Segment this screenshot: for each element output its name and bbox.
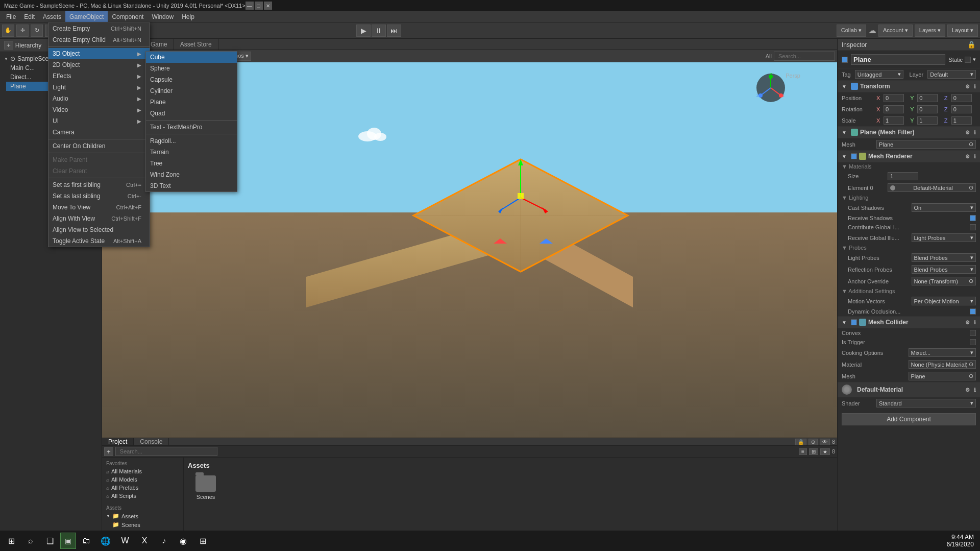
default-material-section[interactable]: Default-Material ⚙ ℹ (838, 382, 980, 397)
material-gear[interactable]: ⚙ (965, 387, 970, 393)
toolbar-hand-tool[interactable]: ✋ (2, 25, 14, 37)
step-button[interactable]: ⏭ (387, 25, 401, 37)
layers-button[interactable]: Layers ▾ (915, 25, 945, 37)
bottom-search-button[interactable]: ⊙ (808, 439, 818, 445)
tag-dropdown[interactable]: Untagged ▾ (855, 70, 903, 79)
cooking-options-dropdown[interactable]: Mixed... ▾ (909, 348, 976, 357)
menu-video[interactable]: Video ▶ (48, 104, 150, 115)
menu-audio[interactable]: Audio ▶ (48, 93, 150, 104)
menu-3d-object[interactable]: 3D Object ▶ (48, 48, 150, 59)
bottom-eye-button[interactable]: 👁 (820, 439, 830, 445)
transform-info[interactable]: ℹ (974, 84, 976, 89)
submenu-tree[interactable]: Tree (146, 158, 237, 169)
menu-light[interactable]: Light ▶ (48, 82, 150, 93)
mesh-collider-enabled[interactable] (851, 319, 857, 325)
scale-y-input[interactable]: 1 (917, 116, 938, 125)
reflection-probes-dropdown[interactable]: Blend Probes ▾ (912, 265, 976, 274)
static-checkbox[interactable] (965, 57, 971, 63)
fav-item-all-materials[interactable]: ⌕ All Materials (104, 467, 181, 475)
dynamic-occ-checkbox[interactable] (970, 308, 976, 315)
transform-gear[interactable]: ⚙ (965, 84, 970, 89)
submenu-text-mesh-pro[interactable]: Text - TextMeshPro (146, 122, 237, 133)
additional-settings-subsection[interactable]: ▼ Additional Settings (838, 287, 980, 295)
pos-y-input[interactable]: 0 (917, 94, 938, 102)
tree-item-assets[interactable]: ▼ 📁 Assets (104, 512, 181, 520)
submenu-cube[interactable]: Cube (146, 52, 237, 63)
cast-shadows-dropdown[interactable]: On ▾ (912, 203, 976, 212)
mesh-filter-section[interactable]: ▼ Plane (Mesh Filter) ⚙ ℹ (838, 126, 980, 138)
taskbar-excel[interactable]: X (135, 532, 154, 550)
taskbar-word[interactable]: W (116, 532, 134, 550)
submenu-3d-text[interactable]: 3D Text (146, 180, 237, 191)
mesh-collider-section[interactable]: ▼ Mesh Collider ⚙ ℹ (838, 316, 980, 328)
tab-console[interactable]: Console (134, 438, 169, 445)
mesh-filter-collapse[interactable]: ▼ (842, 130, 847, 135)
submenu-capsule[interactable]: Capsule (146, 74, 237, 85)
taskbar-search-button[interactable]: ⌕ (21, 532, 40, 550)
mesh-renderer-gear[interactable]: ⚙ (965, 154, 970, 159)
size-input[interactable]: 1 (888, 172, 918, 180)
menu-window[interactable]: Window (148, 11, 178, 22)
mesh-filter-gear[interactable]: ⚙ (965, 130, 970, 135)
contribute-gi-checkbox[interactable] (970, 224, 976, 230)
scene-search-input[interactable] (774, 52, 835, 61)
close-button[interactable]: ✕ (264, 2, 272, 10)
mesh-value-field[interactable]: Plane ⊙ (876, 140, 976, 149)
taskbar-start-button[interactable]: ⊞ (2, 532, 20, 550)
menu-create-empty-child[interactable]: Create Empty Child Alt+Shift+N (48, 34, 150, 45)
scale-z-input[interactable]: 1 (951, 116, 972, 125)
rot-z-input[interactable]: 0 (951, 105, 972, 113)
mesh-renderer-section[interactable]: ▼ Mesh Renderer ⚙ ℹ (838, 150, 980, 162)
rot-y-input[interactable]: 0 (917, 105, 938, 113)
submenu-plane[interactable]: Plane (146, 97, 237, 108)
assets-list-view-button[interactable]: ≡ (799, 448, 807, 455)
collab-button[interactable]: Collab ▾ (837, 25, 866, 37)
assets-fav-button[interactable]: ★ (820, 448, 830, 455)
light-probes-dropdown[interactable]: Blend Probes ▾ (912, 253, 976, 262)
taskbar-chrome[interactable]: ◉ (174, 532, 192, 550)
motion-vectors-dropdown[interactable]: Per Object Motion ▾ (912, 297, 976, 305)
material-info[interactable]: ℹ (974, 387, 976, 393)
menu-set-last-sibling[interactable]: Set as last sibling Ctrl+- (48, 190, 150, 202)
menu-ui[interactable]: UI ▶ (48, 115, 150, 127)
menu-2d-object[interactable]: 2D Object ▶ (48, 59, 150, 70)
toolbar-move-tool[interactable]: ✛ (16, 25, 29, 37)
pos-x-input[interactable]: 0 (884, 94, 904, 102)
receive-shadows-checkbox[interactable] (970, 215, 976, 221)
mesh-collider-gear[interactable]: ⚙ (965, 320, 970, 325)
taskbar-apps[interactable]: ⊞ (193, 532, 212, 550)
obj-active-checkbox[interactable] (842, 57, 848, 63)
asset-folder-scenes[interactable]: Scenes (188, 473, 224, 502)
menu-component[interactable]: Component (108, 11, 148, 22)
mesh-renderer-info[interactable]: ℹ (974, 154, 976, 159)
mesh-renderer-enabled[interactable] (851, 153, 857, 159)
submenu-cylinder[interactable]: Cylinder (146, 85, 237, 97)
fav-item-all-scripts[interactable]: ⌕ All Scripts (104, 492, 181, 500)
menu-create-empty[interactable]: Create Empty Ctrl+Shift+N (48, 23, 150, 34)
menu-assets[interactable]: Assets (39, 11, 65, 22)
collider-mesh-dropdown[interactable]: Plane ⊙ (909, 372, 976, 380)
tab-project[interactable]: Project (102, 438, 134, 445)
menu-file[interactable]: File (2, 11, 20, 22)
assets-add-button[interactable]: + (104, 447, 113, 456)
lighting-subsection[interactable]: ▼ Lighting (838, 194, 980, 202)
submenu-quad[interactable]: Quad (146, 108, 237, 119)
transform-section[interactable]: ▼ Transform ⚙ ℹ (838, 80, 980, 92)
taskbar-unity-app[interactable]: ▣ (60, 533, 76, 549)
menu-gameobject[interactable]: GameObject (65, 11, 108, 22)
maximize-button[interactable]: □ (255, 2, 263, 10)
account-button[interactable]: Account ▾ (878, 25, 913, 37)
static-arrow[interactable]: ▾ (973, 56, 976, 63)
menu-center-on-children[interactable]: Center On Children (48, 140, 150, 152)
submenu-sphere[interactable]: Sphere (146, 63, 237, 74)
menu-effects[interactable]: Effects ▶ (48, 70, 150, 82)
tab-asset-store[interactable]: Asset Store (174, 39, 218, 50)
hierarchy-add-button[interactable]: + (4, 41, 13, 50)
taskbar-taskview-button[interactable]: ❑ (41, 532, 59, 550)
menu-camera[interactable]: Camera (48, 127, 150, 138)
assets-search-input[interactable] (115, 447, 217, 456)
probes-subsection[interactable]: ▼ Probes (838, 244, 980, 252)
mesh-filter-info[interactable]: ℹ (974, 130, 976, 135)
pos-z-input[interactable]: 0 (951, 94, 972, 102)
menu-help[interactable]: Help (178, 11, 199, 22)
